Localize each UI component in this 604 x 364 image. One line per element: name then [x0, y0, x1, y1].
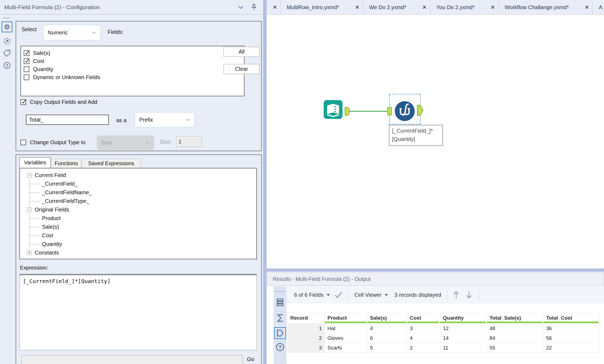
- table-row[interactable]: 2 Gloves 6 4 14 84 56: [288, 333, 600, 343]
- column-header-cost[interactable]: Cost: [407, 312, 440, 324]
- workflow-tab-label[interactable]: You Do 2.yxmd*: [430, 4, 487, 10]
- workflow-tab[interactable]: Workflow Challange.yxmd*: [487, 0, 581, 15]
- chevron-down-icon[interactable]: [327, 294, 330, 296]
- cell[interactable]: 11: [440, 343, 487, 353]
- cell[interactable]: 48: [487, 324, 543, 333]
- all-button[interactable]: All: [224, 47, 260, 57]
- cell[interactable]: Gloves: [325, 333, 367, 343]
- annotation-tab-icon[interactable]: [2, 48, 12, 58]
- arrow-down-icon[interactable]: [465, 290, 473, 299]
- workflow-tab-label[interactable]: We Do 2.yxmd*: [363, 4, 419, 10]
- column-header-product[interactable]: Product: [325, 312, 367, 324]
- cell[interactable]: 4: [407, 333, 440, 343]
- workflow-canvas[interactable]: [_CurrentField_]* [Quantity]: [267, 15, 604, 268]
- output-anchor-view-icon[interactable]: [274, 327, 286, 339]
- field-checkbox[interactable]: [24, 50, 29, 56]
- results-drag-handle[interactable]: [275, 291, 285, 292]
- close-tab-icon[interactable]: [269, 4, 281, 10]
- expression-editor[interactable]: [_CurrentField_]*[Quantity]: [19, 274, 257, 350]
- tab-functions[interactable]: Functions: [51, 159, 81, 168]
- table-row[interactable]: 3 Scarfs 5 2 11 55 22: [288, 343, 600, 353]
- tree-node-quantity[interactable]: Quantity: [29, 240, 62, 248]
- expand-expander-icon[interactable]: [27, 250, 32, 255]
- help-tab-icon[interactable]: ?: [2, 60, 12, 71]
- cell[interactable]: 22: [543, 343, 600, 353]
- arrow-up-icon[interactable]: [452, 290, 460, 299]
- text-input-tool[interactable]: [323, 100, 343, 119]
- column-header-quantity[interactable]: Quantity: [440, 312, 487, 324]
- results-help-icon[interactable]: ?: [274, 341, 286, 353]
- tab-variables[interactable]: Variables: [19, 157, 51, 168]
- clear-button[interactable]: Clear: [224, 64, 260, 74]
- cell[interactable]: 5: [367, 343, 407, 353]
- cell[interactable]: 55: [487, 343, 543, 353]
- size-input[interactable]: [176, 136, 202, 147]
- collapse-expander-icon[interactable]: [27, 173, 32, 178]
- collapse-expander-icon[interactable]: [27, 207, 32, 212]
- output-type-dropdown[interactable]: Byte: [97, 136, 154, 150]
- field-type-dropdown[interactable]: Numeric: [43, 25, 101, 40]
- collapse-chevron-icon[interactable]: [238, 5, 244, 9]
- column-header-record[interactable]: Record: [288, 312, 325, 324]
- cell-viewer-dropdown[interactable]: Cell Viewer: [354, 292, 382, 298]
- cell[interactable]: 12: [440, 324, 487, 333]
- affix-type-dropdown[interactable]: Prefix: [135, 112, 194, 127]
- cell[interactable]: 4: [367, 324, 407, 333]
- field-checkbox[interactable]: [24, 66, 29, 72]
- fields-summary-dropdown[interactable]: 6 of 6 Fields: [294, 292, 323, 298]
- close-tab-icon[interactable]: [419, 4, 430, 10]
- expression-helper-box[interactable]: [22, 355, 242, 364]
- close-tab-icon[interactable]: [352, 4, 363, 10]
- close-tab-icon[interactable]: [487, 4, 498, 10]
- workflow-tab-label[interactable]: A: [593, 4, 604, 10]
- horizontal-splitter[interactable]: [267, 268, 604, 272]
- formula-tool-output-anchor[interactable]: [417, 105, 424, 116]
- affix-text-input[interactable]: [26, 115, 109, 125]
- tree-node-currentfieldname[interactable]: _CurrentFieldName_: [29, 188, 92, 197]
- tree-node-cost[interactable]: Cost: [29, 231, 53, 240]
- tree-node-currentfieldtype[interactable]: _CurrentFieldType_: [29, 197, 89, 205]
- chevron-down-icon[interactable]: [385, 294, 388, 296]
- workflow-tab[interactable]: You Do 2.yxmd*: [419, 0, 487, 15]
- copy-output-checkbox[interactable]: [20, 99, 26, 105]
- cell[interactable]: 36: [543, 324, 600, 333]
- column-header-sales[interactable]: Sale(s): [367, 312, 407, 324]
- multi-field-formula-tool[interactable]: [394, 100, 416, 122]
- column-header-total-cost[interactable]: Total_Cost: [543, 312, 600, 324]
- go-button[interactable]: Go: [247, 356, 254, 362]
- close-tab-icon[interactable]: [581, 4, 592, 10]
- cell[interactable]: 6: [367, 333, 407, 343]
- formula-tool-input-anchor[interactable]: [387, 107, 392, 115]
- cell[interactable]: 14: [440, 333, 487, 343]
- tree-node-sales[interactable]: Sale(s): [29, 223, 59, 231]
- tree-node-current-field[interactable]: Current Field: [27, 171, 66, 179]
- cell[interactable]: Hat: [325, 324, 367, 333]
- cell[interactable]: Scarfs: [325, 343, 367, 353]
- cell[interactable]: 56: [543, 333, 600, 343]
- tree-node-currentfield[interactable]: _CurrentField_: [29, 180, 78, 188]
- panel-drag-handle[interactable]: [3, 17, 10, 19]
- copy-output-row[interactable]: Copy Output Fields and Add: [20, 99, 97, 105]
- configuration-tab-icon[interactable]: [2, 22, 12, 32]
- tool-connection-line[interactable]: [349, 111, 388, 112]
- cell[interactable]: 84: [487, 333, 543, 343]
- text-input-output-anchor[interactable]: [345, 107, 350, 116]
- cell[interactable]: 3: [407, 324, 440, 333]
- tab-saved-expressions[interactable]: Saved Expressions: [82, 159, 141, 168]
- field-list-item[interactable]: Dynamic or Unknown Fields: [21, 73, 244, 81]
- column-header-total-sales[interactable]: Total_Sale(s): [487, 312, 543, 324]
- tool-annotation[interactable]: [_CurrentField_]* [Quantity]: [389, 125, 443, 146]
- change-type-row[interactable]: Change Output Type to: [20, 139, 85, 146]
- table-row[interactable]: 1 Hat 4 3 12 48 36: [288, 324, 600, 333]
- navigation-tab-icon[interactable]: [2, 36, 12, 47]
- tree-node-original-fields[interactable]: Original Fields: [27, 206, 69, 214]
- workflow-tab[interactable]: MultiRow_Intro.yxmd*: [269, 0, 352, 15]
- workflow-tab-partial[interactable]: A: [581, 0, 604, 15]
- field-checkbox[interactable]: [24, 75, 29, 80]
- cell[interactable]: 2: [407, 343, 440, 353]
- workflow-tab-label[interactable]: MultiRow_Intro.yxmd*: [281, 4, 352, 10]
- tree-node-product[interactable]: Product: [29, 214, 61, 222]
- change-type-checkbox[interactable]: [20, 140, 26, 145]
- field-list-item[interactable]: Sale(s): [21, 49, 244, 57]
- workflow-tab-label[interactable]: Workflow Challange.yxmd*: [499, 4, 581, 10]
